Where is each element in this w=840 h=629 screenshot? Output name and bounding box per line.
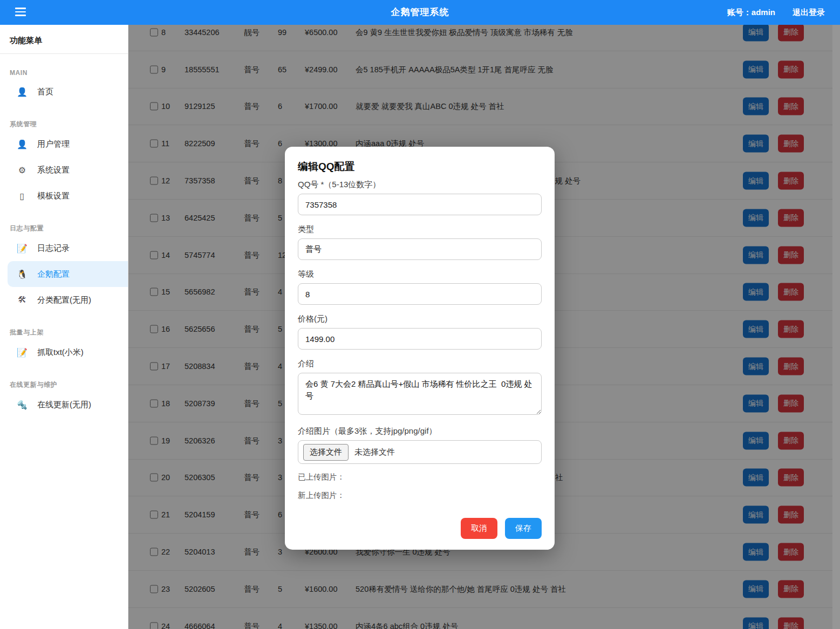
- sidebar-item-online-update[interactable]: 🔩在线更新(无用): [0, 392, 128, 418]
- user-icon: 👤: [16, 139, 28, 149]
- type-label: 类型: [298, 224, 542, 235]
- sidebar-item-label: 在线更新(无用): [37, 400, 91, 410]
- sidebar-section-label: 日志与配置: [0, 224, 128, 233]
- edit-qq-dialog: 编辑QQ配置 QQ号 *（5-13位数字） 类型 等级 价格(元) 介绍 会6 …: [285, 147, 555, 550]
- bolt-icon: 🔩: [16, 400, 28, 410]
- sidebar-item-penguin-config[interactable]: 🐧企鹅配置: [8, 261, 128, 287]
- sidebar-item-log-records[interactable]: 📝日志记录: [0, 235, 128, 261]
- sidebar-item-category-config[interactable]: 🛠分类配置(无用): [0, 287, 128, 313]
- memo-icon: 📝: [16, 243, 28, 254]
- qq-number-label: QQ号 *（5-13位数字）: [298, 180, 542, 190]
- penguin-icon: 🐧: [16, 269, 28, 279]
- no-file-selected-text: 未选择文件: [354, 447, 395, 457]
- account-label: 账号：admin: [727, 8, 775, 18]
- description-textarea[interactable]: 会6 黄 7大会2 精品真山号+假山 市场稀有 性价比之王 0违规 处号: [298, 373, 542, 415]
- sidebar-item-label: 首页: [37, 87, 53, 97]
- sidebar-item-label: 企鹅配置: [37, 269, 70, 279]
- sidebar-section-label: 批量与上架: [0, 328, 128, 337]
- qq-number-field[interactable]: [298, 194, 542, 215]
- uploaded-images-label: 已上传图片：: [298, 472, 542, 482]
- sidebar-section: MAIN👤首页: [0, 69, 128, 105]
- sidebar-item-user-management[interactable]: 👤用户管理: [0, 131, 128, 157]
- price-label: 价格(元): [298, 314, 542, 324]
- tools-icon: 🛠: [16, 295, 28, 305]
- sidebar-section: 在线更新与维护🔩在线更新(无用): [0, 380, 128, 418]
- new-upload-images-label: 新上传图片：: [298, 490, 542, 501]
- price-field[interactable]: [298, 328, 542, 350]
- sidebar: 功能菜单 MAIN👤首页系统管理👤用户管理⚙系统设置▯模板设置日志与配置📝日志记…: [0, 25, 128, 629]
- cancel-button[interactable]: 取消: [461, 518, 497, 539]
- sidebar-item-label: 分类配置(无用): [37, 295, 91, 305]
- sidebar-section-label: 在线更新与维护: [0, 380, 128, 389]
- user-icon: 👤: [16, 87, 28, 97]
- save-button[interactable]: 保存: [505, 518, 542, 539]
- app-header: 企鹅管理系统 账号：admin 退出登录: [0, 0, 840, 25]
- sidebar-item-label: 系统设置: [37, 165, 70, 175]
- scrollbar[interactable]: [832, 25, 840, 629]
- file-input[interactable]: 选择文件 未选择文件: [298, 440, 542, 464]
- sidebar-item-label: 用户管理: [37, 139, 70, 149]
- level-field[interactable]: [298, 283, 542, 305]
- choose-file-button[interactable]: 选择文件: [303, 444, 349, 461]
- logout-button[interactable]: 退出登录: [793, 8, 825, 18]
- type-field[interactable]: [298, 238, 542, 260]
- sidebar-section: 批量与上架📝抓取txt(小米): [0, 328, 128, 365]
- sidebar-item-home[interactable]: 👤首页: [0, 79, 128, 105]
- sidebar-item-template-settings[interactable]: ▯模板设置: [0, 183, 128, 209]
- images-label: 介绍图片（最多3张，支持jpg/png/gif）: [298, 426, 542, 436]
- description-label: 介绍: [298, 359, 542, 369]
- sidebar-section-label: MAIN: [0, 69, 128, 77]
- sidebar-section-label: 系统管理: [0, 120, 128, 129]
- sidebar-item-system-settings[interactable]: ⚙系统设置: [0, 157, 128, 183]
- level-label: 等级: [298, 269, 542, 279]
- sidebar-divider: [0, 53, 128, 54]
- sidebar-title: 功能菜单: [0, 25, 128, 53]
- placeholder-icon: ▯: [16, 191, 28, 201]
- dialog-title: 编辑QQ配置: [298, 160, 542, 174]
- sidebar-section: 系统管理👤用户管理⚙系统设置▯模板设置: [0, 120, 128, 209]
- sidebar-item-label: 抓取txt(小米): [37, 347, 84, 358]
- app-title: 企鹅管理系统: [0, 0, 840, 25]
- gear-icon: ⚙: [16, 165, 28, 175]
- sidebar-item-label: 日志记录: [37, 243, 70, 254]
- sidebar-sections: MAIN👤首页系统管理👤用户管理⚙系统设置▯模板设置日志与配置📝日志记录🐧企鹅配…: [0, 69, 128, 418]
- sidebar-section: 日志与配置📝日志记录🐧企鹅配置🛠分类配置(无用): [0, 224, 128, 313]
- sidebar-item-label: 模板设置: [37, 191, 70, 201]
- sidebar-item-fetch-txt[interactable]: 📝抓取txt(小米): [0, 339, 128, 365]
- memo-icon: 📝: [16, 347, 28, 358]
